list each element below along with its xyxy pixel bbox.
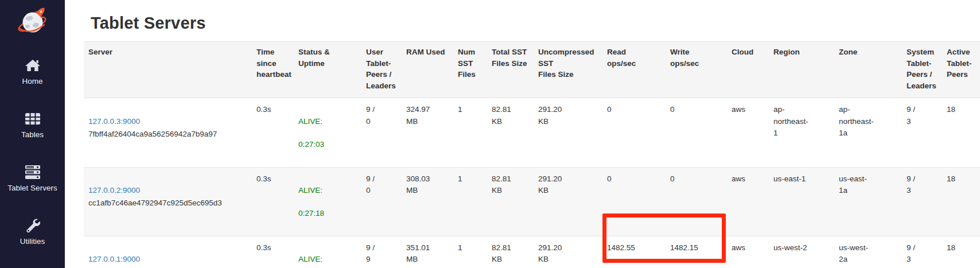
- col-zone: Zone: [834, 42, 902, 98]
- ram-used-cell: 351.01 MB: [402, 236, 453, 268]
- region-cell: us-west-2: [769, 236, 834, 268]
- system-peers-cell: 9 / 3: [902, 236, 942, 268]
- active-peers-cell: 18: [942, 98, 980, 167]
- col-region: Region: [769, 42, 834, 98]
- sidebar: Home Tables: [0, 0, 65, 268]
- col-read-ops: Read ops/sec: [602, 42, 666, 98]
- status-value: ALIVE:: [298, 185, 357, 196]
- utilities-icon: [25, 217, 41, 234]
- tables-icon: [25, 111, 41, 127]
- zone-cell: us-west- 2a: [834, 236, 902, 268]
- zone-cell: ap- northeast- 1a: [834, 98, 902, 167]
- server-link[interactable]: 127.0.0.2:9000: [88, 186, 140, 195]
- user-peers-cell: 9 / 9: [361, 236, 402, 268]
- sidebar-item-label: Tables: [21, 130, 44, 139]
- table-row: 127.0.0.2:9000 cc1afb7c46ae4792947c925d5…: [84, 167, 980, 236]
- cloud-cell: aws: [727, 98, 769, 167]
- status-cell: ALIVE: 0:27:03: [294, 98, 361, 167]
- heartbeat-cell: 0.3s: [252, 167, 294, 236]
- zone-cell: us-east- 1a: [834, 167, 902, 236]
- status-cell: ALIVE: 0:27:18: [294, 167, 361, 236]
- write-ops-cell: 0: [666, 98, 727, 167]
- col-status-uptime: Status & Uptime: [294, 42, 361, 98]
- sidebar-item-home[interactable]: Home: [0, 57, 65, 86]
- col-uncompressed-sst-size: Uncompressed SST Files Size: [534, 42, 602, 98]
- col-cloud: Cloud: [727, 42, 769, 98]
- user-peers-cell: 9 / 0: [361, 98, 402, 167]
- col-user-tablet-peers: User Tablet- Peers / Leaders: [361, 42, 402, 98]
- home-icon: [25, 57, 41, 73]
- server-link[interactable]: 127.0.0.3:9000: [88, 117, 140, 126]
- tablet-servers-table: Server Time since heartbeat Status & Upt…: [84, 41, 980, 268]
- uptime-value: 0:27:03: [298, 139, 357, 150]
- col-server: Server: [84, 42, 252, 98]
- read-ops-cell: 1482.55: [602, 236, 666, 268]
- sidebar-item-label: Tablet Servers: [7, 184, 57, 192]
- col-total-sst-size: Total SST Files Size: [487, 42, 534, 98]
- write-ops-cell: 0: [666, 167, 727, 236]
- uncompressed-sst-cell: 291.20 KB: [534, 167, 602, 236]
- heartbeat-cell: 0.3s: [252, 98, 294, 167]
- total-sst-cell: 82.81 KB: [487, 167, 534, 236]
- sidebar-nav: Home Tables: [0, 57, 65, 246]
- num-sst-cell: 1: [453, 167, 487, 236]
- page-title: Tablet Servers: [91, 14, 980, 33]
- server-link[interactable]: 127.0.0.1:9000: [88, 255, 140, 263]
- sidebar-item-label: Utilities: [20, 237, 45, 246]
- table-row: 127.0.0.1:9000 52b6278c6f894a1fb0525f523…: [84, 236, 980, 268]
- yugabyte-logo-icon[interactable]: [16, 6, 49, 38]
- region-cell: us-east-1: [769, 167, 834, 236]
- col-ram-used: RAM Used: [402, 42, 453, 98]
- system-peers-cell: 9 / 3: [902, 167, 942, 236]
- col-active-tablet-peers: Active Tablet- Peers: [942, 42, 980, 98]
- total-sst-cell: 82.81 KB: [487, 236, 534, 268]
- write-ops-cell: 1482.15: [666, 236, 727, 268]
- uncompressed-sst-cell: 291.20 KB: [534, 236, 602, 268]
- sidebar-item-utilities[interactable]: Utilities: [0, 217, 65, 246]
- sidebar-item-label: Home: [22, 77, 42, 86]
- table-header: Server Time since heartbeat Status & Upt…: [84, 42, 980, 98]
- ram-used-cell: 308.03 MB: [402, 167, 453, 236]
- server-uuid: 7fbff4af26404ca9a56256942a7b9a97: [88, 129, 247, 140]
- tablet-servers-icon: [25, 164, 41, 180]
- server-cell: 127.0.0.3:9000 7fbff4af26404ca9a56256942…: [84, 98, 252, 167]
- active-peers-cell: 18: [942, 167, 980, 236]
- col-write-ops: Write ops/sec: [666, 42, 727, 98]
- status-value: ALIVE:: [298, 116, 357, 127]
- system-peers-cell: 9 / 3: [902, 98, 942, 167]
- col-num-sst-files: Num SST Files: [453, 42, 487, 98]
- cloud-cell: aws: [727, 167, 769, 236]
- active-peers-cell: 18: [942, 236, 980, 268]
- ram-used-cell: 324.97 MB: [402, 98, 453, 167]
- user-peers-cell: 9 / 0: [361, 167, 402, 236]
- col-system-tablet-peers: System Tablet- Peers / Leaders: [902, 42, 942, 98]
- num-sst-cell: 1: [453, 236, 487, 268]
- read-ops-cell: 0: [602, 167, 666, 236]
- server-cell: 127.0.0.1:9000 52b6278c6f894a1fb0525f523…: [84, 236, 252, 268]
- table-row: 127.0.0.3:9000 7fbff4af26404ca9a56256942…: [84, 98, 980, 167]
- sidebar-item-tables[interactable]: Tables: [0, 111, 65, 139]
- col-time-since-heartbeat: Time since heartbeat: [252, 42, 294, 98]
- status-cell: ALIVE: 0:27:38: [294, 236, 361, 268]
- region-cell: ap- northeast- 1: [769, 98, 834, 167]
- uptime-value: 0:27:18: [298, 208, 357, 219]
- uncompressed-sst-cell: 291.20 KB: [534, 98, 602, 167]
- server-cell: 127.0.0.2:9000 cc1afb7c46ae4792947c925d5…: [84, 167, 252, 236]
- server-uuid: cc1afb7c46ae4792947c925d5ec695d3: [88, 197, 247, 209]
- total-sst-cell: 82.81 KB: [487, 98, 534, 167]
- cloud-cell: aws: [727, 236, 769, 268]
- sidebar-item-tablet-servers[interactable]: Tablet Servers: [0, 164, 65, 192]
- status-value: ALIVE:: [298, 254, 357, 265]
- main-content: Tablet Servers Server Time since heartbe…: [65, 14, 980, 268]
- heartbeat-cell: 0.3s: [252, 236, 294, 268]
- read-ops-cell: 0: [602, 98, 666, 167]
- num-sst-cell: 1: [453, 98, 487, 167]
